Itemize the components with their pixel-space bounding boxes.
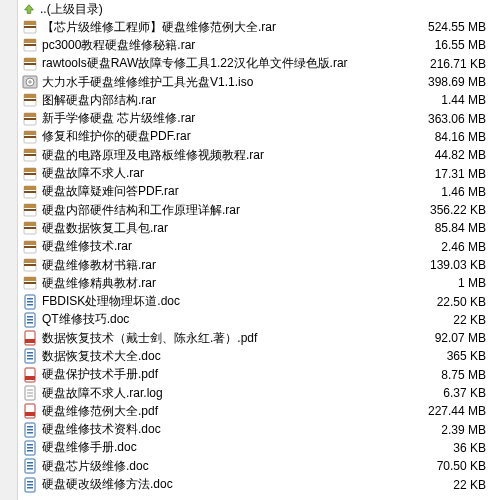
file-size: 1 MB (420, 276, 500, 290)
file-size: 22.50 KB (420, 295, 500, 309)
file-row[interactable]: 新手学修硬盘 芯片级维修.rar363.06 MB (18, 109, 500, 127)
svg-rect-26 (24, 173, 36, 175)
pdf-file-icon (22, 330, 38, 346)
file-row[interactable]: 数据恢复技术大全.doc365 KB (18, 347, 500, 365)
file-name: 硬盘维修手册.doc (42, 439, 420, 456)
svg-rect-35 (24, 227, 36, 229)
up-arrow-icon (22, 2, 36, 16)
rar-file-icon (22, 37, 38, 53)
file-size: 139.03 KB (420, 258, 500, 272)
file-size: 365 KB (420, 349, 500, 363)
svg-rect-2 (24, 26, 36, 28)
rar-file-icon (22, 184, 38, 200)
file-name: 硬盘内部硬件结构和工作原理详解.rar (42, 202, 420, 219)
svg-rect-14 (24, 99, 36, 101)
file-row[interactable]: 硬盘故障不求人.rar.log6.37 KB (18, 384, 500, 402)
file-row[interactable]: 硬盘数据恢复工具包.rar85.84 MB (18, 219, 500, 237)
file-name: 硬盘的电路原理及电路板维修视频教程.rar (42, 147, 420, 164)
file-row[interactable]: 硬盘内部硬件结构和工作原理详解.rar356.22 KB (18, 201, 500, 219)
file-name: QT维修技巧.doc (42, 311, 420, 328)
file-row[interactable]: 【芯片级维修工程师】硬盘维修范例大全.rar524.55 MB (18, 18, 500, 36)
svg-rect-28 (24, 186, 36, 190)
file-size: 44.82 MB (420, 148, 500, 162)
svg-rect-81 (27, 484, 33, 486)
rar-file-icon (22, 111, 38, 127)
svg-rect-46 (27, 298, 33, 300)
iso-file-icon (22, 74, 38, 90)
svg-rect-25 (24, 168, 36, 172)
svg-rect-22 (24, 149, 36, 153)
svg-rect-32 (24, 209, 36, 211)
file-row[interactable]: 硬盘的电路原理及电路板维修视频教程.rar44.82 MB (18, 146, 500, 164)
svg-rect-5 (24, 44, 36, 46)
svg-rect-8 (24, 63, 36, 65)
file-row[interactable]: 硬盘故障疑难问答PDF.rar1.46 MB (18, 183, 500, 201)
svg-rect-57 (27, 355, 33, 357)
rar-file-icon (22, 92, 38, 108)
up-directory-label: ..(上级目录) (40, 1, 500, 18)
svg-rect-29 (24, 191, 36, 193)
file-row[interactable]: 硬盘维修教材书籍.rar139.03 KB (18, 256, 500, 274)
doc-file-icon (22, 294, 38, 310)
file-row[interactable]: 硬盘维修手册.doc36 KB (18, 439, 500, 457)
file-size: 2.39 MB (420, 423, 500, 437)
file-row[interactable]: rawtools硬盘RAW故障专修工具1.22汉化单文件绿色版.rar216.7… (18, 55, 500, 73)
up-directory-row[interactable]: ..(上级目录) (18, 0, 500, 18)
file-size: 85.84 MB (420, 221, 500, 235)
file-list-pane: ..(上级目录) 【芯片级维修工程师】硬盘维修范例大全.rar524.55 MB… (18, 0, 500, 500)
file-row[interactable]: FBDISK处理物理坏道.doc22.50 KB (18, 292, 500, 310)
svg-rect-68 (27, 426, 33, 428)
file-name: 硬盘芯片级维修.doc (42, 458, 420, 475)
file-row[interactable]: 图解硬盘内部结构.rar1.44 MB (18, 91, 500, 109)
file-size: 1.44 MB (420, 93, 500, 107)
svg-point-11 (29, 81, 31, 83)
doc-file-icon (22, 477, 38, 493)
svg-rect-66 (25, 412, 35, 416)
svg-rect-51 (27, 319, 33, 321)
tree-sidebar (0, 0, 18, 500)
file-name: pc3000教程硬盘维修秘籍.rar (42, 37, 420, 54)
file-name: 硬盘维修技术.rar (42, 238, 420, 255)
file-list: 【芯片级维修工程师】硬盘维修范例大全.rar524.55 MBpc3000教程硬… (18, 18, 500, 500)
svg-rect-48 (27, 304, 33, 306)
file-row[interactable]: 硬盘维修精典教材.rar1 MB (18, 274, 500, 292)
file-name: 硬盘维修教材书籍.rar (42, 257, 420, 274)
svg-rect-80 (27, 481, 33, 483)
svg-rect-60 (25, 376, 35, 380)
svg-rect-58 (27, 358, 33, 360)
svg-rect-76 (27, 462, 33, 464)
file-row[interactable]: pc3000教程硬盘维修秘籍.rar16.55 MB (18, 36, 500, 54)
file-row[interactable]: 数据恢复技术（戴士剑、陈永红.著）.pdf92.07 MB (18, 329, 500, 347)
file-row[interactable]: 硬盘维修范例大全.pdf227.44 MB (18, 402, 500, 420)
file-name: 【芯片级维修工程师】硬盘维修范例大全.rar (42, 19, 420, 36)
file-size: 6.37 KB (420, 386, 500, 400)
file-name: 硬盘保护技术手册.pdf (42, 366, 420, 383)
file-size: 398.69 MB (420, 75, 500, 89)
file-row[interactable]: 硬盘硬改级维修方法.doc22 KB (18, 475, 500, 493)
file-row[interactable]: 硬盘故障不求人.rar17.31 MB (18, 164, 500, 182)
file-name: 硬盘故障疑难问答PDF.rar (42, 183, 420, 200)
file-name: rawtools硬盘RAW故障专修工具1.22汉化单文件绿色版.rar (42, 55, 420, 72)
file-size: 216.71 KB (420, 57, 500, 71)
svg-rect-31 (24, 204, 36, 208)
file-row[interactable]: 硬盘维修技术.rar2.46 MB (18, 238, 500, 256)
rar-file-icon (22, 202, 38, 218)
file-size: 227.44 MB (420, 404, 500, 418)
pdf-file-icon (22, 403, 38, 419)
file-row[interactable]: 修复和维护你的硬盘PDF.rar84.16 MB (18, 128, 500, 146)
file-size: 70.50 KB (420, 459, 500, 473)
file-row[interactable]: 硬盘维修技术资料.doc2.39 MB (18, 421, 500, 439)
file-row[interactable]: 大力水手硬盘维修维护工具光盘V1.1.iso398.69 MB (18, 73, 500, 91)
svg-rect-40 (24, 259, 36, 263)
file-row[interactable]: 硬盘保护技术手册.pdf8.75 MB (18, 366, 500, 384)
file-name: 硬盘维修技术资料.doc (42, 421, 420, 438)
file-size: 8.75 MB (420, 368, 500, 382)
svg-rect-56 (27, 352, 33, 354)
file-row[interactable]: 硬盘芯片级维修.doc70.50 KB (18, 457, 500, 475)
svg-rect-69 (27, 429, 33, 431)
file-row[interactable]: QT维修技巧.doc22 KB (18, 311, 500, 329)
svg-rect-1 (24, 21, 36, 25)
file-size: 36 KB (420, 441, 500, 455)
svg-rect-38 (24, 246, 36, 248)
svg-rect-70 (27, 432, 33, 434)
